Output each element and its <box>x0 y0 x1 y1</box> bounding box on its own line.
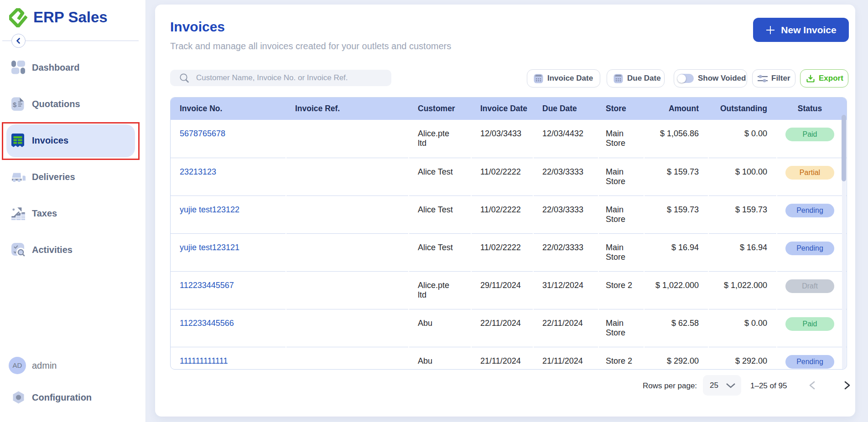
svg-text:$: $ <box>13 101 17 108</box>
